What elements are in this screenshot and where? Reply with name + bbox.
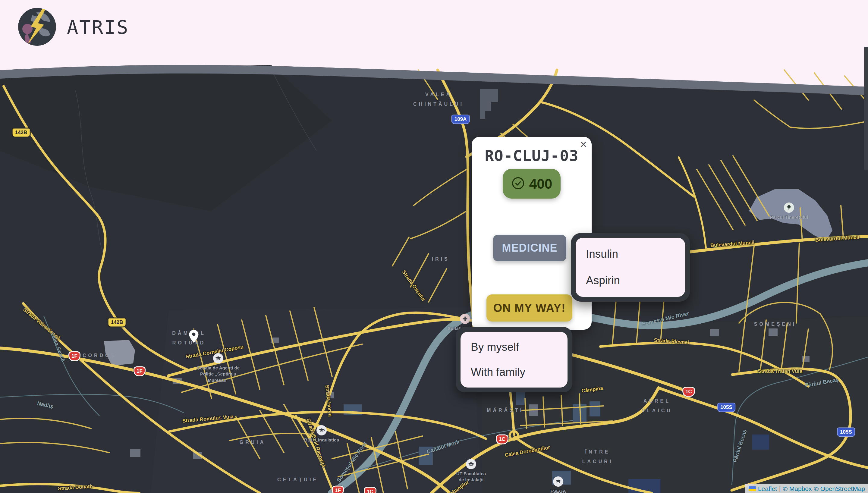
road-shield-1C: 1C — [682, 387, 695, 397]
poi-park: Parcul Tineretului — [770, 202, 808, 220]
map-area-label: CETĂȚUIE — [277, 475, 318, 485]
road-shield-109A: 109A — [452, 115, 470, 124]
hospital-icon — [460, 314, 470, 324]
school-icon — [317, 425, 327, 435]
road-shield-1C: 1C — [364, 487, 376, 493]
openstreetmap-link[interactable]: © OpenStreetMap — [814, 485, 865, 492]
map-area-label: IRIS — [432, 254, 449, 264]
road-shield-1C: 1C — [496, 434, 508, 445]
map-area-label: MĂRĂȘTI — [487, 406, 523, 415]
road-shield-142B: 142B — [108, 318, 127, 327]
school-icon — [213, 353, 223, 363]
map-attribution: Leaflet | © Mapbox © OpenStreetMap — [745, 484, 868, 493]
map-water-label: Someșul Mic River — [335, 440, 368, 483]
road-shield-142B: 142B — [12, 128, 31, 138]
park-icon — [784, 202, 794, 213]
attribution-divider: | — [779, 485, 781, 492]
poi-school: Școala de Agenți dePoliție „SeptimiuMure… — [197, 353, 240, 383]
poi-label: UT Facultateade Instalații — [456, 471, 486, 483]
companion-options-list: By myselfWith family — [460, 332, 567, 388]
map-road-label: Bulevardul Muncii — [815, 234, 859, 243]
road-shield-1F: 1F — [68, 351, 81, 361]
dropdown-option[interactable]: By myself — [460, 341, 567, 353]
app-logo — [18, 8, 56, 46]
map-water-label: Pârâul Becaș — [804, 377, 839, 389]
school-icon — [553, 476, 563, 487]
road-shield-1F: 1F — [133, 366, 146, 377]
dropdown-option[interactable]: Aspirin — [576, 274, 685, 287]
map-road-label: Strada Traian Vuia — [758, 368, 802, 374]
map-road-label: Strada Donath — [58, 484, 93, 492]
dropdown-option[interactable]: With family — [460, 366, 567, 379]
check-circle-icon — [511, 176, 525, 191]
poi-school: UT Facultateade Instalații — [456, 459, 486, 483]
map-road-label: Calea Dorobanților — [504, 445, 550, 458]
poi-label: Parcul Tineretului — [770, 214, 808, 220]
location-pin-marker[interactable] — [189, 329, 199, 344]
poi-school: FSEGA — [550, 476, 566, 493]
medicine-dropdown: InsulinAspirin — [571, 233, 690, 302]
map-area-label: VALEACHINTĂULUI — [413, 90, 464, 109]
road-shield-105S: 105S — [717, 403, 735, 412]
app-title: ATRIS — [67, 16, 129, 38]
map-water-label: Nadăș — [37, 400, 53, 410]
poi-school: BBU Linguistics — [304, 425, 339, 443]
map-road-label: Câmpina — [581, 385, 603, 394]
map-road-label: Bulevardul Muncii — [710, 240, 754, 249]
page-scrollbar[interactable] — [864, 47, 868, 170]
ukraine-flag-icon — [748, 486, 756, 491]
road-shield-105S: 105S — [837, 428, 855, 437]
map-road-label: Strada Horea — [324, 385, 333, 417]
map-area-label: AURELVLAICU — [642, 396, 672, 415]
school-icon — [466, 459, 476, 469]
map-area-label: GRUIA — [240, 437, 266, 447]
map-road-label: Strada Oașului — [400, 269, 426, 302]
station-id-title: RO-CLUJ-03 — [472, 147, 592, 165]
app-window: VALEACHINTĂULUIIRISDÂMBULROTUNDCORDOȘGRU… — [0, 0, 868, 493]
mapbox-link[interactable]: © Mapbox — [783, 485, 812, 492]
map-area-label: ÎNTRELACURI — [582, 447, 613, 467]
on-my-way-button[interactable]: ON MY WAY! — [486, 295, 572, 322]
poi-label: FSEGA — [550, 488, 566, 493]
map-water-label: Canalul Morii — [426, 439, 460, 455]
road-shield-1F: 1F — [332, 486, 344, 493]
map-label-layer: VALEACHINTĂULUIIRISDÂMBULROTUNDCORDOȘGRU… — [0, 0, 868, 493]
map-road-label: Strada Plevnei — [654, 337, 689, 346]
map-area-label: SOMEȘENI — [754, 319, 796, 329]
medicine-button[interactable]: MEDICINE — [493, 235, 566, 261]
stock-badge: 400 — [503, 169, 561, 198]
dropdown-option[interactable]: Insulin — [576, 248, 685, 260]
leaflet-link[interactable]: Leaflet — [758, 485, 777, 492]
medicine-options-list: InsulinAspirin — [576, 238, 685, 297]
poi-label: Școala de Agenți dePoliție „SeptimiuMure… — [197, 365, 240, 383]
map-road-label: Strada Romulus Vuia — [182, 414, 234, 424]
map-water-label: Pârâul Becaș — [732, 429, 748, 463]
map-water-label: Someșul Mic River — [642, 310, 690, 327]
poi-label: BBU Linguistics — [304, 437, 339, 443]
companion-dropdown: By myselfWith family — [456, 327, 572, 392]
stock-count: 400 — [529, 176, 552, 192]
station-popup: × RO-CLUJ-03 400 MEDICINE ON MY WAY! — [472, 137, 592, 330]
map-area-label: CORDOȘ — [83, 351, 116, 360]
